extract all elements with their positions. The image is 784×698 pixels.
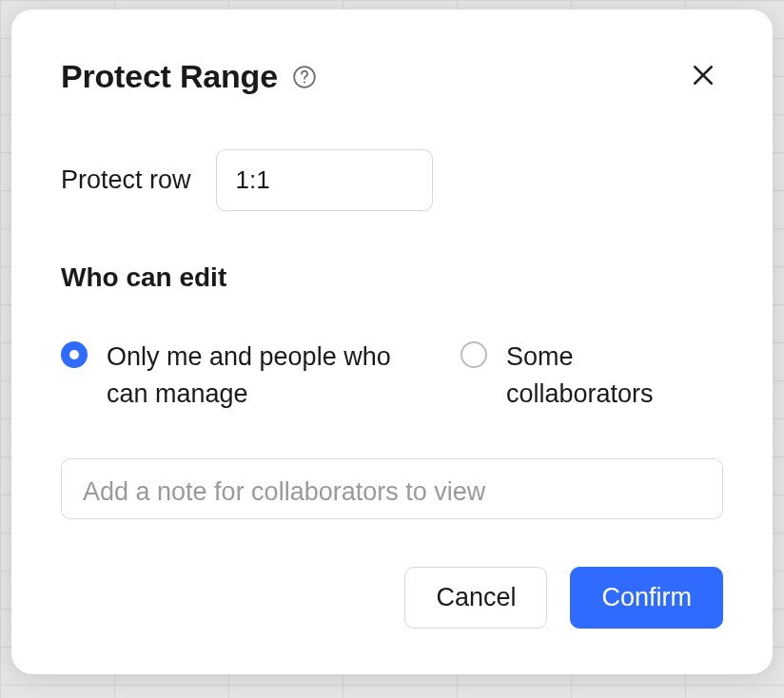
radio-some-collaborators[interactable]: Some collaborators [461,339,723,413]
help-icon[interactable] [291,64,318,90]
dialog-title: Protect Range [61,58,278,95]
close-button[interactable] [683,55,723,98]
close-icon [689,61,717,92]
radio-indicator-selected [61,341,88,368]
dialog-header: Protect Range [61,55,723,98]
dialog-footer: Cancel Confirm [61,567,723,629]
radio-only-me-label: Only me and people who can manage [107,339,413,413]
radio-indicator-unselected [461,341,487,368]
protect-range-dialog: Protect Range Protect row Who can edit [11,10,773,674]
radio-some-collab-label: Some collaborators [506,339,723,413]
cancel-button[interactable]: Cancel [404,567,547,629]
title-wrap: Protect Range [61,58,318,95]
who-can-edit-heading: Who can edit [61,262,723,293]
radio-only-me[interactable]: Only me and people who can manage [61,339,413,413]
protect-row-field: Protect row [61,149,723,211]
confirm-button[interactable]: Confirm [570,567,723,629]
svg-point-1 [304,81,305,83]
protect-row-input[interactable] [216,149,433,211]
who-can-edit-radio-group: Only me and people who can manage Some c… [61,339,723,413]
protect-row-label: Protect row [61,165,191,195]
note-input[interactable] [61,458,723,519]
